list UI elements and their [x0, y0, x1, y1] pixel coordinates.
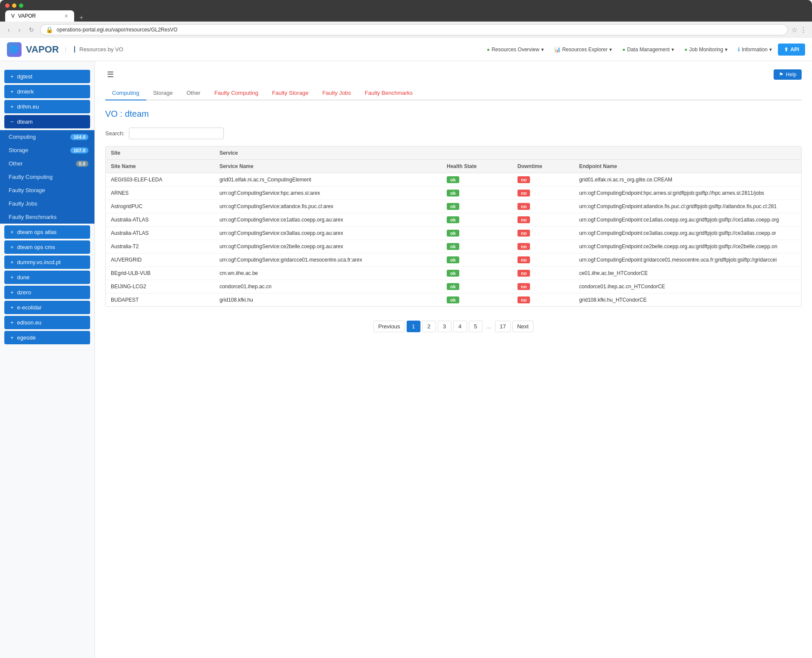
table-row: AstrogridPUC urn:ogf:ComputingService:at…: [106, 200, 801, 213]
data-management-icon: ●: [622, 47, 625, 53]
dune-plus-icon: +: [10, 274, 14, 281]
maximize-dot[interactable]: [19, 3, 23, 8]
dune-label: dune: [17, 274, 30, 281]
tab-faulty-computing[interactable]: Faulty Computing: [207, 86, 265, 100]
tab-favicon: V: [11, 13, 15, 19]
nav-divider: |: [65, 46, 66, 53]
extensions-icon[interactable]: ⋮: [800, 26, 807, 34]
nav-resources-overview[interactable]: ● Resources Overview ▾: [483, 44, 548, 55]
refresh-button[interactable]: ↻: [26, 25, 37, 34]
page-1-button[interactable]: 1: [407, 321, 420, 332]
sidebar-item-dummy[interactable]: + dummy.vo.incd.pt: [4, 256, 90, 269]
sidebar-item-dzero[interactable]: + dzero: [4, 286, 90, 299]
faulty-computing-label: Faulty Computing: [9, 174, 53, 180]
sidebar-dteam-faulty-computing[interactable]: Faulty Computing: [0, 170, 94, 184]
sidebar-dteam-faulty-jobs[interactable]: Faulty Jobs: [0, 197, 94, 210]
cell-service: urn:ogf:ComputingService:atlandce.fis.pu…: [214, 200, 442, 213]
browser-tab-active[interactable]: V VAPOR ✕: [5, 10, 74, 22]
faulty-benchmarks-label: Faulty Benchmarks: [9, 214, 56, 220]
sidebar-item-dune[interactable]: + dune: [4, 271, 90, 284]
sidebar-item-dteam[interactable]: − dteam: [4, 115, 90, 128]
hamburger-button[interactable]: ☰: [105, 68, 116, 81]
sidebar-item-dteam-ops-cms[interactable]: + dteam ops cms: [4, 240, 90, 254]
information-label: Information: [742, 47, 768, 53]
cell-health: ok: [442, 187, 512, 200]
sidebar-item-drihm[interactable]: + drihm.eu: [4, 100, 90, 113]
table-body: AEGIS03-ELEF-LEDA grid01.elfak.ni.ac.rs_…: [106, 173, 801, 307]
cell-site: AEGIS03-ELEF-LEDA: [106, 173, 214, 187]
tab-faulty-benchmarks[interactable]: Faulty Benchmarks: [358, 86, 420, 100]
tab-storage-label: Storage: [153, 90, 173, 96]
table-header-row: Site Name Service Name Health State Down…: [106, 160, 801, 173]
back-button[interactable]: ‹: [5, 25, 13, 34]
pagination: Previous 1 2 3 4 5 … 17 Next: [105, 314, 802, 339]
resources-overview-chevron: ▾: [541, 47, 544, 53]
tab-faulty-storage[interactable]: Faulty Storage: [265, 86, 316, 100]
dmierk-plus-icon: +: [10, 88, 14, 95]
tab-other[interactable]: Other: [179, 86, 207, 100]
help-button-label: Help: [786, 72, 796, 78]
next-button[interactable]: Next: [512, 321, 533, 332]
tab-computing[interactable]: Computing: [105, 86, 146, 100]
other-badge: 0.0: [76, 161, 88, 167]
tab-faulty-jobs[interactable]: Faulty Jobs: [315, 86, 357, 100]
forward-button[interactable]: ›: [16, 25, 23, 34]
page-3-button[interactable]: 3: [438, 321, 451, 332]
nav-data-management[interactable]: ● Data Management ▾: [618, 44, 678, 55]
sidebar-dteam-other[interactable]: Other 0.0: [0, 157, 94, 170]
cell-site: AUVERGRID: [106, 253, 214, 267]
cell-endpoint: urn:ogf:ComputingEndpoint:ce2belle.coepp…: [574, 240, 801, 253]
sidebar-item-egeode[interactable]: + egeode: [4, 331, 90, 344]
col-service-name: Service Name: [214, 160, 442, 173]
cell-downtime: no: [512, 213, 574, 227]
sidebar-item-dmierk[interactable]: + dmierk: [4, 85, 90, 98]
logo-area: 🌐 VAPOR | Resources by VO: [7, 42, 123, 57]
vo-title-prefix: VO :: [105, 109, 125, 119]
cell-service: urn:ogf:ComputingService:ce1atlas.coepp.…: [214, 213, 442, 227]
api-button[interactable]: ⬆ API: [778, 44, 805, 56]
cell-health: ok: [442, 200, 512, 213]
col-site-name: Site Name: [106, 160, 214, 173]
sidebar-item-e-ecolidar[interactable]: + e-ecolidar: [4, 301, 90, 314]
page-5-button[interactable]: 5: [469, 321, 483, 332]
bookmark-icon[interactable]: ☆: [791, 26, 797, 34]
prev-button[interactable]: Previous: [373, 321, 405, 332]
tab-close-icon[interactable]: ✕: [64, 13, 68, 19]
cell-site: Australia-ATLAS: [106, 213, 214, 227]
page-4-button[interactable]: 4: [453, 321, 467, 332]
data-table: Site Service Site Name Service Name Heal…: [106, 147, 801, 306]
nav-job-monitoring[interactable]: ● Job Monitoring ▾: [680, 44, 732, 55]
sidebar-dteam-computing[interactable]: Computing 164.0: [0, 130, 94, 143]
faulty-jobs-label: Faulty Jobs: [9, 200, 37, 207]
nav-information[interactable]: ℹ Information ▾: [734, 44, 776, 55]
page-2-button[interactable]: 2: [422, 321, 436, 332]
sidebar-item-dgtest[interactable]: + dgtest: [4, 70, 90, 83]
sidebar-dteam-faulty-benchmarks[interactable]: Faulty Benchmarks: [0, 210, 94, 224]
cell-downtime: no: [512, 187, 574, 200]
help-flag-icon: ⚑: [779, 72, 784, 78]
sidebar-item-edison[interactable]: + edison.eu: [4, 316, 90, 329]
sidebar-dteam-faulty-storage[interactable]: Faulty Storage: [0, 184, 94, 197]
cell-service: condorce01.ihep.ac.cn: [214, 280, 442, 293]
sidebar-item-dteam-ops-atlas[interactable]: + dteam ops atlas: [4, 225, 90, 239]
browser-toolbar: ‹ › ↻ 🔒 operations-portal.egi.eu/vapor/r…: [0, 22, 812, 38]
page-17-button[interactable]: 17: [495, 321, 511, 332]
tab-faulty-computing-label: Faulty Computing: [214, 90, 258, 96]
app-logo-text: VAPOR: [26, 44, 59, 55]
tab-storage[interactable]: Storage: [146, 86, 180, 100]
minimize-dot[interactable]: [12, 3, 16, 8]
resources-explorer-chevron: ▾: [609, 47, 612, 53]
address-bar[interactable]: 🔒 operations-portal.egi.eu/vapor/resourc…: [40, 24, 788, 35]
search-input[interactable]: [129, 128, 224, 139]
nav-resources-explorer[interactable]: 📊 Resources Explorer ▾: [550, 44, 616, 55]
help-button[interactable]: ⚑ Help: [774, 69, 802, 80]
cell-site: AstrogridPUC: [106, 200, 214, 213]
cell-service: urn:ogf:ComputingService:gridarcce01.mes…: [214, 253, 442, 267]
dteam-ops-cms-plus-icon: +: [10, 244, 14, 250]
tabs-bar: Computing Storage Other Faulty Computing…: [105, 86, 802, 100]
close-dot[interactable]: [5, 3, 9, 8]
computing-badge: 164.0: [70, 134, 88, 140]
sidebar-dteam-storage[interactable]: Storage 107.0: [0, 143, 94, 157]
egeode-plus-icon: +: [10, 334, 14, 341]
new-tab-button[interactable]: +: [79, 14, 83, 22]
